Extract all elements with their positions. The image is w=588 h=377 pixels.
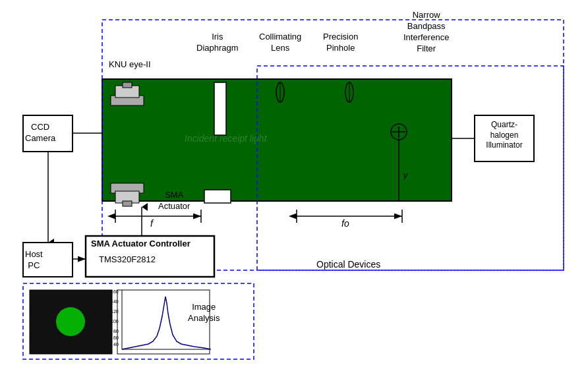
image-analysis-label: ImageAnalysis [188, 302, 220, 324]
svg-rect-20 [204, 190, 231, 203]
svg-text:120: 120 [111, 309, 119, 314]
svg-rect-10 [214, 82, 226, 135]
svg-rect-0 [102, 79, 452, 201]
svg-text:60: 60 [113, 335, 119, 340]
svg-point-18 [391, 124, 407, 140]
svg-rect-5 [115, 86, 139, 98]
svg-rect-6 [123, 82, 132, 88]
svg-text:40: 40 [113, 342, 119, 347]
svg-rect-8 [115, 191, 139, 203]
host-pc-label: HostPC [25, 249, 43, 272]
svg-rect-7 [111, 183, 144, 193]
y-label: y [403, 170, 408, 181]
collimating-label: CollimatingLens [259, 32, 301, 54]
quartz-illuminator-label: Quartz-halogenIlluminator [477, 120, 531, 151]
iris-label: IrisDiaphragm [196, 32, 239, 54]
narrow-bandpass-label: NarrowBandpassInterferenceFilter [403, 10, 449, 55]
tms-label: TMS320F2812 [99, 254, 156, 266]
svg-rect-2 [257, 66, 564, 270]
fo-label: fo [341, 218, 349, 229]
incident-light-label: Incident receipt light [185, 133, 268, 144]
optical-devices-label: Optical Devices [316, 258, 380, 270]
svg-text:160: 160 [111, 289, 119, 294]
svg-rect-4 [111, 96, 144, 105]
sma-actuator-label: SMAActuator [158, 190, 190, 212]
svg-point-11 [276, 82, 284, 102]
ccd-camera-label: CCDCamera [25, 122, 55, 144]
sma-controller-label: SMA Actuator Controller [91, 239, 191, 250]
precision-label: PrecisionPinhole [323, 32, 358, 54]
knu-eye-label: KNU eye-II [109, 59, 151, 71]
svg-point-13 [345, 82, 353, 102]
diagram: Incident receipt light [0, 0, 588, 377]
svg-rect-9 [123, 201, 132, 206]
svg-text:100: 100 [111, 319, 119, 324]
f-label: f [150, 218, 153, 229]
svg-text:80: 80 [113, 329, 119, 334]
svg-text:140: 140 [111, 299, 119, 304]
svg-point-42 [56, 307, 85, 336]
svg-rect-41 [30, 290, 112, 354]
